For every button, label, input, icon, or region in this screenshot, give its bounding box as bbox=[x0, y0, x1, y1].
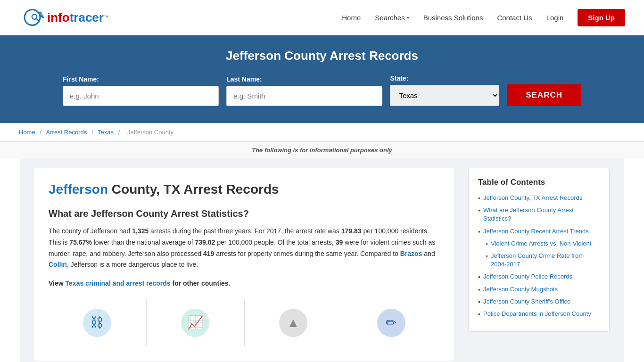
sidebar: Table of Contents Jefferson County, TX A… bbox=[468, 168, 610, 361]
toc-item: Violent Crime Arrests vs. Non-Violent bbox=[478, 239, 600, 248]
nav-contact-us[interactable]: Contact Us bbox=[497, 14, 532, 22]
article-title-rest: County, TX Arrest Records bbox=[108, 182, 279, 197]
logo-tm: ™ bbox=[104, 15, 108, 20]
nav-home[interactable]: Home bbox=[342, 14, 361, 22]
toc-item: Jefferson County Sheriff's Office bbox=[478, 297, 600, 306]
toc-link-3[interactable]: Violent Crime Arrests vs. Non-Violent bbox=[491, 239, 591, 248]
breadcrumb-home[interactable]: Home bbox=[19, 129, 35, 136]
icon-trend: 📈 bbox=[147, 299, 245, 346]
table-of-contents: Table of Contents Jefferson County, TX A… bbox=[468, 168, 610, 332]
toc-link-7[interactable]: Jefferson County Sheriff's Office bbox=[483, 297, 570, 306]
nav-business-solutions[interactable]: Business Solutions bbox=[423, 14, 483, 22]
toc-link-0[interactable]: Jefferson County, TX Arrest Records bbox=[483, 194, 582, 202]
collin-link[interactable]: Collin bbox=[49, 261, 67, 268]
toc-link-5[interactable]: Jefferson County Police Records bbox=[483, 272, 572, 281]
toc-item: What are Jefferson County Arrest Statist… bbox=[478, 206, 600, 223]
state-select[interactable]: Texas Alabama Alaska Arizona Arkansas Ca… bbox=[390, 85, 499, 106]
toc-item: Jefferson County Crime Rate from 2004-20… bbox=[478, 252, 600, 269]
toc-item: Jefferson County Recent Arrest Trends bbox=[478, 227, 600, 236]
first-name-group: First Name: bbox=[63, 75, 219, 106]
nav-signup[interactable]: Sign Up bbox=[578, 9, 625, 26]
breadcrumb-texas[interactable]: Texas bbox=[98, 129, 114, 136]
article-paragraph: The county of Jefferson had 1,325 arrest… bbox=[49, 226, 440, 271]
hero-title: Jefferson County Arrest Records bbox=[19, 49, 625, 63]
nav-login[interactable]: Login bbox=[546, 14, 564, 22]
article-title-highlight: Jefferson bbox=[49, 182, 108, 197]
trend-icon: 📈 bbox=[181, 309, 209, 337]
main-content: Jefferson County, TX Arrest Records What… bbox=[20, 158, 624, 362]
icon-arrest: ⛓ bbox=[49, 299, 147, 346]
view-line: View Texas criminal and arrest records f… bbox=[49, 278, 440, 289]
icon-pen: ✏ bbox=[342, 299, 440, 346]
logo-icon bbox=[19, 6, 47, 29]
breadcrumb-jefferson-county: Jefferson County bbox=[127, 129, 173, 136]
toc-list: Jefferson County, TX Arrest RecordsWhat … bbox=[478, 194, 600, 318]
header: infotracer™ Home Searches ▾ Business Sol… bbox=[0, 0, 644, 35]
search-form: First Name: Last Name: State: Texas Alab… bbox=[63, 74, 581, 106]
icon-row: ⛓ 📈 ▲ ✏ bbox=[49, 299, 440, 346]
article-h2: What are Jefferson County Arrest Statist… bbox=[49, 208, 440, 219]
toc-item: Jefferson County Police Records bbox=[478, 272, 600, 281]
nav-searches[interactable]: Searches ▾ bbox=[375, 14, 409, 22]
pen-icon: ✏ bbox=[377, 309, 405, 337]
last-name-label: Last Name: bbox=[226, 75, 382, 83]
state-label: State: bbox=[390, 74, 499, 82]
article: Jefferson County, TX Arrest Records What… bbox=[34, 168, 454, 361]
toc-link-8[interactable]: Police Departments in Jefferson County bbox=[483, 310, 591, 318]
searches-dropdown-icon: ▾ bbox=[407, 15, 409, 20]
main-nav: Home Searches ▾ Business Solutions Conta… bbox=[342, 9, 625, 26]
first-name-input[interactable] bbox=[63, 86, 219, 106]
breadcrumb: Home / Arrest Records / Texas / Jefferso… bbox=[0, 123, 644, 142]
info-notice: The following is for informational purpo… bbox=[0, 142, 644, 158]
svg-line-3 bbox=[36, 18, 39, 21]
arrest-icon: ⛓ bbox=[83, 309, 111, 337]
toc-title: Table of Contents bbox=[478, 178, 600, 187]
last-name-input[interactable] bbox=[226, 86, 382, 106]
logo-text-red: info bbox=[47, 10, 70, 25]
texas-records-link[interactable]: Texas criminal and arrest records bbox=[66, 280, 171, 287]
toc-link-6[interactable]: Jefferson County Mugshots bbox=[483, 285, 558, 294]
toc-link-1[interactable]: What are Jefferson County Arrest Statist… bbox=[483, 206, 600, 223]
toc-item: Jefferson County Mugshots bbox=[478, 285, 600, 294]
breadcrumb-arrest-records[interactable]: Arrest Records bbox=[46, 129, 87, 136]
state-group: State: Texas Alabama Alaska Arizona Arka… bbox=[390, 74, 499, 106]
logo-text-blue: tracer bbox=[70, 10, 104, 25]
logo: infotracer™ bbox=[19, 6, 108, 29]
hero-section: Jefferson County Arrest Records First Na… bbox=[0, 35, 644, 123]
article-title: Jefferson County, TX Arrest Records bbox=[49, 182, 440, 197]
up-icon: ▲ bbox=[279, 309, 307, 337]
toc-link-2[interactable]: Jefferson County Recent Arrest Trends bbox=[483, 227, 589, 236]
toc-link-4[interactable]: Jefferson County Crime Rate from 2004-20… bbox=[491, 252, 600, 269]
last-name-group: Last Name: bbox=[226, 75, 382, 106]
brazos-link[interactable]: Brazos bbox=[400, 250, 422, 257]
search-button[interactable]: SEARCH bbox=[507, 84, 581, 106]
toc-item: Jefferson County, TX Arrest Records bbox=[478, 194, 600, 202]
icon-circle-up: ▲ bbox=[245, 299, 343, 346]
toc-item: Police Departments in Jefferson County bbox=[478, 310, 600, 318]
first-name-label: First Name: bbox=[63, 75, 219, 83]
